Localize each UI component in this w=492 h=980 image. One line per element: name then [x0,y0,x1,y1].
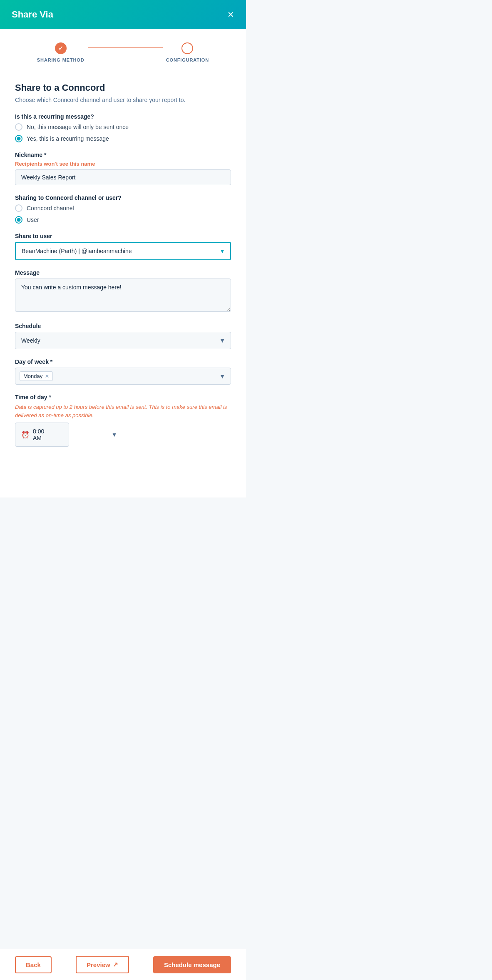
step2-circle [181,42,193,54]
nickname-input[interactable] [15,169,231,185]
time-of-day-label: Time of day * [15,394,231,400]
radio-channel-label: Conncord channel [27,205,74,211]
step2-label: CONFIGURATION [166,57,209,62]
monday-tag-remove-icon[interactable]: ✕ [45,374,49,379]
radio-once-input[interactable] [15,123,22,131]
time-chevron-icon: ▼ [112,431,117,438]
monday-tag-label: Monday [23,373,42,379]
day-of-week-group: Day of week * Monday ✕ ▼ [15,358,231,385]
radio-once-label: No, this message will only be sent once [27,124,129,130]
message-group: Message You can write a custom message h… [15,269,231,313]
share-to-user-group: Share to user BeanMachine (Parth) | @iam… [15,233,231,260]
radio-user[interactable]: User [15,216,231,224]
time-select[interactable]: ⏰ 8:00 AM [15,423,69,447]
recurring-options: No, this message will only be sent once … [15,123,231,142]
schedule-select[interactable]: Weekly Daily Monthly [15,332,231,349]
sharing-options: Conncord channel User [15,204,231,224]
time-select-wrapper: ⏰ 8:00 AM ▼ [15,423,123,447]
step1-label: SHARING METHOD [37,57,84,62]
nickname-group: Nickname * Recipients won't see this nam… [15,152,231,185]
section-description: Choose which Conncord channel and user t… [15,97,231,103]
schedule-select-wrapper: Weekly Daily Monthly ▼ [15,332,231,349]
radio-user-input[interactable] [15,216,22,224]
radio-channel-input[interactable] [15,204,22,212]
nickname-sublabel: Recipients won't see this name [15,161,231,167]
schedule-label: Schedule [15,323,231,329]
radio-recurring-input[interactable] [15,135,22,142]
monday-tag: Monday ✕ [20,371,53,381]
step1-circle: ✓ [55,42,67,54]
time-of-day-group: Time of day * Data is captured up to 2 h… [15,394,231,447]
share-to-user-label: Share to user [15,233,231,239]
user-select[interactable]: BeanMachine (Parth) | @iambeanmachine [15,242,231,260]
clock-icon: ⏰ [21,431,30,439]
sharing-to-label: Sharing to Conncord channel or user? [15,194,231,201]
radio-recurring[interactable]: Yes, this is a recurring message [15,135,231,142]
schedule-group: Schedule Weekly Daily Monthly ▼ [15,323,231,349]
radio-channel[interactable]: Conncord channel [15,204,231,212]
time-value: 8:00 AM [33,428,52,441]
day-of-week-label: Day of week * [15,358,231,365]
progress-stepper: ✓ SHARING METHOD CONFIGURATION [0,29,246,72]
radio-recurring-label: Yes, this is a recurring message [27,135,109,142]
nickname-label: Nickname * [15,152,231,158]
day-multiselect[interactable]: Monday ✕ [15,368,231,385]
message-textarea[interactable]: You can write a custom message here! [15,279,231,312]
day-of-week-select-wrapper: Monday ✕ ▼ [15,368,231,385]
step-connector [88,47,163,48]
modal-header: Share Via ✕ [0,0,246,29]
sharing-to-group: Sharing to Conncord channel or user? Con… [15,194,231,224]
message-label: Message [15,269,231,276]
section-title: Share to a Conncord [15,82,231,93]
recurring-label: Is this a recurring message? [15,113,231,120]
step-sharing-method: ✓ SHARING METHOD [37,42,84,62]
radio-once[interactable]: No, this message will only be sent once [15,123,231,131]
form-content: Share to a Conncord Choose which Conncor… [0,72,246,497]
radio-user-label: User [27,216,39,223]
time-note: Data is captured up to 2 hours before th… [15,403,231,419]
recurring-group: Is this a recurring message? No, this me… [15,113,231,142]
header-title: Share Via [12,9,53,20]
close-button[interactable]: ✕ [227,10,234,19]
step-configuration: CONFIGURATION [166,42,209,62]
user-select-wrapper: BeanMachine (Parth) | @iambeanmachine ▼ [15,242,231,260]
